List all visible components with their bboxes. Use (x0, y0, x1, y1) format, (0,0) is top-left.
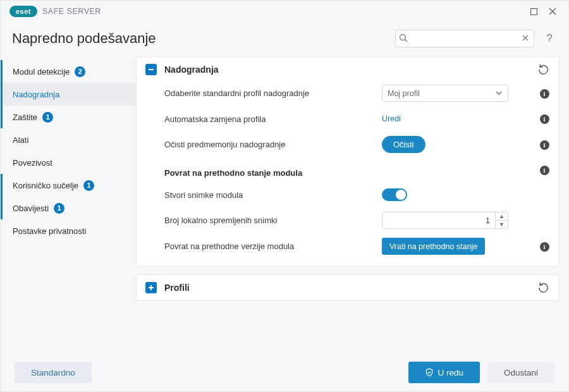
x-icon (520, 33, 530, 43)
row-clear-cache: Očisti predmemoriju nadogradnje Očisti i (164, 136, 550, 153)
sidebar-item-ui[interactable]: Korisničko sučelje 1 (1, 174, 136, 197)
info-button[interactable]: i (539, 140, 550, 150)
spinner: ▲ ▼ (495, 212, 508, 228)
chevron-down-icon: ▼ (499, 221, 505, 228)
snapshot-count-input[interactable] (382, 212, 495, 228)
spinner-down[interactable]: ▼ (496, 221, 508, 228)
svg-point-3 (400, 35, 406, 40)
sidebar-item-tools[interactable]: Alati (1, 128, 136, 151)
chevron-down-icon (495, 89, 503, 99)
search-box (395, 30, 534, 47)
undo-icon (539, 63, 550, 75)
panel-title: Profili (164, 283, 531, 293)
sidebar-badge: 1 (54, 203, 64, 214)
undo-icon (539, 281, 550, 293)
shield-icon (425, 368, 434, 377)
sidebar-item-label: Povezivost (13, 158, 52, 168)
info-icon: i (540, 166, 549, 175)
label-rollback-action: Povrat na prethodne verzije modula (164, 242, 373, 251)
row-auto-switch: Automatska zamjena profila Uredi i (164, 111, 550, 127)
sidebar-item-protections[interactable]: Zaštite 1 (1, 106, 136, 128)
search-input[interactable] (395, 30, 534, 47)
sidebar-badge: 1 (42, 112, 53, 123)
label-auto-switch: Automatska zamjena profila (164, 114, 373, 124)
row-create-snapshots: Stvori snimke modula (164, 187, 550, 203)
svg-rect-7 (149, 69, 154, 70)
row-snapshot-count: Broj lokalno spremljenih snimki ▲ ▼ (164, 212, 550, 229)
titlebar: eset SAFE SERVER (1, 1, 568, 22)
sidebar-item-update[interactable]: Nadogradnja (1, 83, 136, 106)
sidebar-item-label: Zaštite (13, 113, 37, 122)
sidebar-item-connectivity[interactable]: Povezivost (1, 151, 136, 174)
ok-button-label: U redu (437, 368, 463, 377)
spinner-up[interactable]: ▲ (496, 212, 508, 221)
clear-cache-button[interactable]: Očisti (382, 136, 425, 153)
search-icon (399, 34, 408, 44)
subheading-rollback: Povrat na prethodno stanje modula (164, 162, 302, 178)
info-icon: i (540, 89, 549, 99)
ok-button[interactable]: U redu (408, 362, 480, 383)
label-default-profile: Odaberite standardni profil nadogradnje (164, 89, 373, 98)
panel-title: Nadogradnja (164, 64, 531, 75)
toggle-create-snapshots[interactable] (382, 188, 407, 201)
default-button[interactable]: Standardno (15, 362, 92, 383)
undo-button[interactable] (539, 281, 550, 295)
header: Napredno podešavanje ? (1, 22, 568, 56)
page-title: Napredno podešavanje (12, 30, 386, 47)
info-button[interactable]: i (539, 242, 550, 252)
row-rollback-action: Povrat na prethodne verzije modula Vrati… (164, 238, 550, 255)
sidebar-item-label: Korisničko sučelje (13, 181, 78, 190)
row-default-profile: Odaberite standardni profil nadogradnje … (164, 85, 550, 102)
square-icon (530, 8, 537, 15)
chevron-up-icon: ▲ (499, 213, 505, 219)
info-icon: i (540, 114, 549, 124)
select-default-profile[interactable]: Moj profil (382, 85, 508, 102)
info-button[interactable]: i (539, 165, 550, 175)
sidebar-item-label: Postavke privatnosti (13, 226, 86, 236)
sidebar-badge: 2 (75, 66, 85, 77)
sidebar-item-privacy[interactable]: Postavke privatnosti (1, 219, 136, 242)
sidebar-badge: 1 (83, 180, 94, 191)
label-create-snapshots: Stvori snimke modula (164, 190, 373, 200)
svg-line-4 (405, 40, 408, 42)
close-icon (549, 8, 556, 15)
undo-button[interactable] (539, 63, 550, 77)
select-value: Moj profil (388, 89, 420, 98)
window-close-button[interactable] (543, 3, 562, 20)
number-snapshot-count: ▲ ▼ (382, 212, 508, 229)
expand-icon (145, 282, 157, 293)
sidebar-item-detection[interactable]: Modul detekcije 2 (1, 60, 136, 83)
clear-search-button[interactable] (520, 33, 530, 45)
product-name: SAFE SERVER (42, 7, 101, 16)
content: Nadogradnja Odaberite standardni profil … (136, 56, 560, 355)
info-button[interactable]: i (539, 89, 550, 99)
cancel-button[interactable]: Odustani (487, 362, 554, 383)
panel-update: Nadogradnja Odaberite standardni profil … (136, 56, 560, 267)
label-snapshot-count: Broj lokalno spremljenih snimki (164, 216, 373, 225)
label-clear-cache: Očisti predmemoriju nadogradnje (164, 140, 373, 149)
svg-rect-9 (149, 287, 154, 288)
window-maximize-button[interactable] (524, 3, 543, 20)
svg-rect-0 (530, 8, 537, 15)
sidebar-item-label: Nadogradnja (13, 90, 59, 99)
info-icon: i (540, 140, 549, 150)
panel-profiles-header[interactable]: Profili (137, 275, 559, 300)
footer: Standardno U redu Odustani (1, 355, 568, 390)
collapse-icon (145, 64, 157, 75)
help-button[interactable]: ? (543, 32, 556, 45)
sidebar: Modul detekcije 2 Nadogradnja Zaštite 1 … (1, 56, 136, 355)
row-rollback-heading: Povrat na prethodno stanje modula i (164, 162, 550, 178)
brand: eset SAFE SERVER (9, 6, 101, 17)
panel-profiles: Profili (136, 274, 560, 301)
info-button[interactable]: i (539, 114, 550, 124)
rollback-button[interactable]: Vrati na prethodno stanje (382, 238, 485, 255)
brand-logo: eset (9, 6, 37, 17)
sidebar-item-label: Obavijesti (13, 204, 49, 213)
sidebar-item-label: Modul detekcije (13, 67, 70, 77)
sidebar-item-label: Alati (13, 135, 28, 145)
sidebar-item-notifications[interactable]: Obavijesti 1 (1, 197, 136, 219)
link-edit-profiles[interactable]: Uredi (382, 114, 401, 123)
info-icon: i (540, 242, 549, 252)
panel-update-header[interactable]: Nadogradnja (137, 57, 559, 82)
